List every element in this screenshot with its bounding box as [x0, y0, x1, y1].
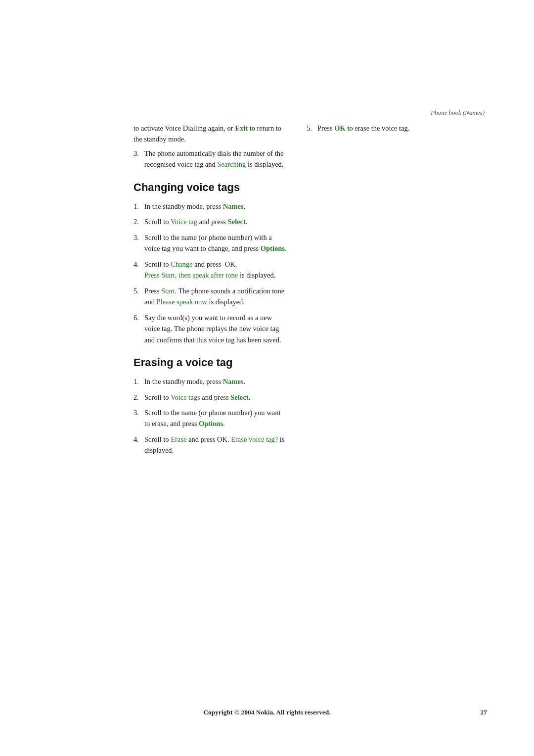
- right-item-5-num: 5.: [307, 123, 317, 134]
- erasing-item-4-text: Scroll to Erase and press OK. Erase voic…: [144, 434, 287, 456]
- changing-item-4-num: 4.: [134, 259, 144, 281]
- left-column: to activate Voice Dialling again, or Exi…: [134, 123, 287, 461]
- erasing-item-4-num: 4.: [134, 434, 144, 456]
- changing-item-2-text: Scroll to Voice tag and press Select.: [144, 216, 247, 227]
- erasing-item-3-text: Scroll to the name (or phone number) you…: [144, 407, 287, 429]
- changing-item-5: 5. Press Start. The phone sounds a notif…: [134, 285, 287, 308]
- item-3-num: 3.: [134, 148, 144, 170]
- right-item-5: 5. Press OK to erase the voice tag.: [307, 123, 450, 134]
- erasing-item-2: 2. Scroll to Voice tags and press Se­lec…: [134, 392, 287, 403]
- changing-item-4-text: Scroll to Change and press OK.Press Star…: [144, 259, 275, 281]
- right-column: 5. Press OK to erase the voice tag.: [307, 123, 450, 138]
- options-link-1: Options: [261, 244, 285, 252]
- changing-item-1-text: In the standby mode, press Names.: [144, 201, 245, 212]
- erasing-item-1-text: In the standby mode, press Names.: [144, 376, 245, 387]
- changing-item-2-num: 2.: [134, 216, 144, 227]
- change-link: Change: [171, 260, 192, 268]
- footer-copyright: Copyright © 2004 Nokia. All rights reser…: [0, 709, 534, 716]
- voice-tags-link: Voice tags: [171, 393, 200, 401]
- erasing-item-1-num: 1.: [134, 376, 144, 387]
- press-start-link: Press Start, then speak after tone: [144, 271, 238, 279]
- names-link-1: Names: [223, 202, 244, 210]
- changing-item-6-num: 6.: [134, 312, 144, 345]
- erasing-item-3-num: 3.: [134, 407, 144, 429]
- voice-tag-link-1: Voice tag: [171, 218, 197, 226]
- changing-item-1: 1. In the standby mode, press Names.: [134, 201, 287, 212]
- erase-link: Erase: [171, 435, 186, 443]
- item-3-text: The phone automatically dials the number…: [144, 148, 287, 170]
- options-link-2: Options: [199, 420, 223, 427]
- right-item-5-text: Press OK to erase the voice tag.: [317, 123, 409, 134]
- page: Phone book (Names) to activate Voice Dia…: [0, 0, 534, 756]
- select-link-2: Se­lect: [230, 393, 248, 401]
- section-erasing-voice-tag-heading: Erasing a voice tag: [134, 356, 287, 369]
- exit-link: Exit: [235, 124, 248, 132]
- changing-item-4: 4. Scroll to Change and press OK.Press S…: [134, 259, 287, 281]
- erasing-item-3: 3. Scroll to the name (or phone number) …: [134, 407, 287, 429]
- changing-item-6: 6. Say the word(s) you want to record as…: [134, 312, 287, 345]
- searching-link: Searching: [217, 160, 246, 168]
- changing-item-3: 3. Scroll to the name (or phone number) …: [134, 232, 287, 254]
- changing-item-6-text: Say the word(s) you want to record as a …: [144, 312, 287, 345]
- please-speak-now-link: Please speak now: [157, 298, 207, 306]
- changing-item-5-num: 5.: [134, 285, 144, 308]
- erasing-item-1: 1. In the standby mode, press Names.: [134, 376, 287, 387]
- changing-item-5-text: Press Start. The phone sounds a notifica…: [144, 285, 287, 308]
- erasing-item-2-num: 2.: [134, 392, 144, 403]
- erasing-item-2-text: Scroll to Voice tags and press Se­lect.: [144, 392, 250, 403]
- changing-item-1-num: 1.: [134, 201, 144, 212]
- section-label: Phone book (Names): [431, 109, 485, 117]
- intro-item-3: 3. The phone automatically dials the num…: [134, 148, 287, 170]
- changing-item-3-text: Scroll to the name (or phone number) wit…: [144, 232, 287, 254]
- footer-page-number: 27: [481, 709, 488, 716]
- erase-voice-tag-link: Erase voice tag?: [231, 435, 278, 443]
- names-link-2: Names: [223, 378, 244, 385]
- changing-item-2: 2. Scroll to Voice tag and press Select.: [134, 216, 287, 227]
- section-changing-voice-tags-heading: Changing voice tags: [134, 181, 287, 194]
- erasing-item-4: 4. Scroll to Erase and press OK. Erase v…: [134, 434, 287, 456]
- start-link: Start: [161, 287, 175, 295]
- select-link-1: Select: [228, 218, 246, 226]
- intro-continuation: to activate Voice Dialling again, or Exi…: [134, 123, 287, 145]
- ok-link: OK: [334, 124, 346, 132]
- changing-item-3-num: 3.: [134, 232, 144, 254]
